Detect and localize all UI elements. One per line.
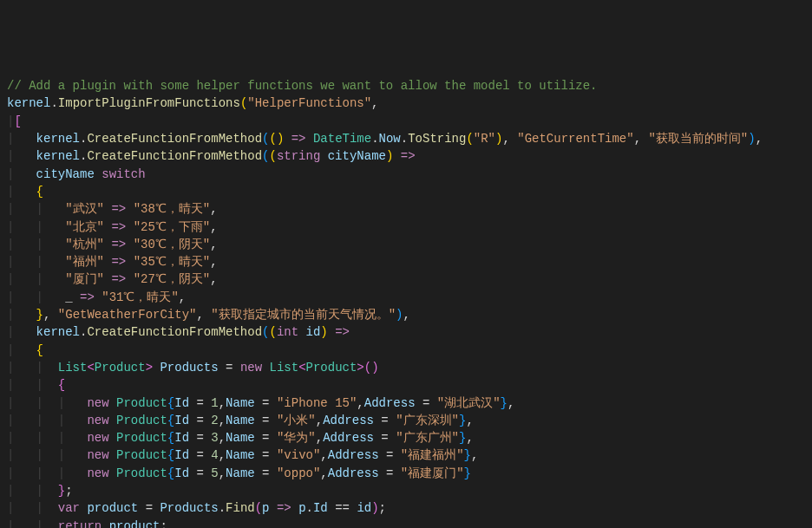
name-3: "华为" [277,431,316,445]
city-1: "武汉" [65,202,104,216]
name-prop: Name [226,466,255,480]
switch-keyword: switch [102,167,145,181]
find-method: Find [226,501,255,515]
product-type: Product [116,466,167,480]
get-weather-for-city: "GetWeatherForCity" [58,308,197,322]
address-prop: Address [328,466,379,480]
id-4: 4 [211,448,218,462]
create-method: CreateFunctionFromMethod [87,325,262,339]
name-prop: Name [226,448,255,462]
code-editor[interactable]: // Add a plugin with some helper functio… [7,77,805,528]
address-prop: Address [328,448,379,462]
int-type: int [277,325,298,339]
default-weather: "31℃，晴天" [102,290,179,304]
p-param: p [262,501,269,515]
string-type: string [277,149,320,163]
city-5: "厦门" [65,272,104,286]
get-current-time: "GetCurrentTime" [517,132,633,146]
helper-functions-str: "HelperFunctions" [247,96,371,110]
weather-1: "38℃，晴天" [134,202,211,216]
get-weather-desc: "获取指定城市的当前天气情况。" [211,308,396,322]
address-prop: Address [323,431,374,445]
name-5: "oppo" [277,466,320,480]
kernel-var: kernel [7,96,50,110]
product-type: Product [116,431,167,445]
weather-2: "25℃，下雨" [134,220,211,234]
cityname-var: cityName [36,167,95,181]
city-2: "北京" [65,220,104,234]
new-keyword: new [240,361,262,375]
comment-line: // Add a plugin with some helper functio… [7,79,598,93]
kernel-var: kernel [36,325,80,339]
product-type: Product [116,396,167,410]
get-current-time-desc: "获取当前的时间" [648,132,748,146]
id-prop: Id [174,448,189,462]
name-1: "iPhone 15" [277,396,357,410]
new-keyword: new [87,396,108,410]
id-prop: Id [174,396,189,410]
create-method: CreateFunctionFromMethod [87,132,262,146]
addr-5: "福建厦门" [401,466,464,480]
import-method: ImportPluginFromFunctions [58,96,240,110]
addr-3: "广东广州" [396,431,459,445]
create-method: CreateFunctionFromMethod [87,149,262,163]
product-var: product [87,501,138,515]
products-var: Products [160,501,218,515]
addr-1: "湖北武汉" [437,396,501,410]
city-3: "杭州" [65,238,104,251]
id-5: 5 [211,466,218,480]
weather-5: "27℃，阴天" [134,272,211,286]
city-4: "福州" [65,255,104,269]
cityname-param: cityName [328,149,386,163]
id-param: id [306,325,321,339]
id-prop: Id [174,466,189,480]
name-prop: Name [226,431,255,445]
name-2: "小米" [277,414,316,427]
new-keyword: new [87,431,108,445]
new-keyword: new [87,414,108,427]
id-2: 2 [211,414,218,427]
r-format: "R" [474,132,495,146]
product-type: Product [116,414,167,427]
product-var: product [109,519,160,528]
now-prop: Now [379,132,401,146]
product-type: Product [116,448,167,462]
weather-4: "35℃，晴天" [134,255,211,269]
list-type: List [58,361,88,375]
id-prop: Id [174,414,189,427]
datetime-type: DateTime [313,132,371,146]
var-keyword: var [58,501,80,515]
id-param: id [357,501,371,515]
kernel-var: kernel [36,132,80,146]
name-4: "vivo" [277,448,320,462]
name-prop: Name [226,396,255,410]
name-prop: Name [226,414,255,427]
new-keyword: new [87,466,108,480]
address-prop: Address [364,396,416,410]
addr-4: "福建福州" [401,448,464,462]
weather-3: "30℃，阴天" [134,238,211,251]
kernel-var: kernel [36,149,80,163]
product-type: Product [306,361,357,375]
p-param: p [298,501,305,515]
address-prop: Address [323,414,374,427]
tostring-method: ToString [408,132,466,146]
products-var: Products [160,361,218,375]
return-keyword: return [58,519,102,528]
id-prop: Id [313,501,328,515]
id-1: 1 [211,396,218,410]
id-3: 3 [211,431,218,445]
product-type: Product [95,361,146,375]
list-type: List [270,361,299,375]
new-keyword: new [87,448,108,462]
addr-2: "广东深圳" [396,414,459,427]
id-prop: Id [174,431,189,445]
